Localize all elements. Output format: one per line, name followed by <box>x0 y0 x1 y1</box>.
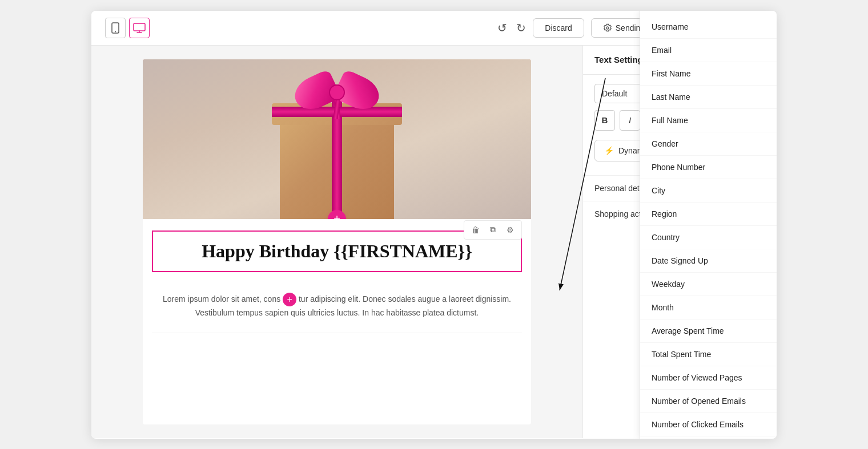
dropdown-item[interactable]: Full Name <box>640 109 777 132</box>
right-panel: Text Settings i Default ▾ B I <box>582 46 777 438</box>
dropdown-item[interactable]: Total Spent Time <box>640 343 777 366</box>
mobile-device-btn[interactable] <box>105 18 126 38</box>
text-block[interactable]: 🗑 ⧉ ⚙ Happy Birthday {{FIRSTNAME}} <box>152 230 522 272</box>
email-canvas: + 🗑 ⧉ ⚙ Happy Birthday {{FIRSTNAME}} Lor <box>91 46 582 438</box>
dropdown-overlay: UsernameEmailFirst NameLast NameFull Nam… <box>640 11 777 439</box>
dropdown-item[interactable]: Weekday <box>640 273 777 296</box>
email-body: + 🗑 ⧉ ⚙ Happy Birthday {{FIRSTNAME}} Lor <box>143 59 531 424</box>
dropdown-list: UsernameEmailFirst NameLast NameFull Nam… <box>640 11 777 439</box>
dropdown-item[interactable]: First Name <box>640 62 777 86</box>
divider <box>152 333 522 333</box>
device-icons <box>105 18 150 38</box>
add-inline-button[interactable]: + <box>283 293 296 306</box>
dropdown-item[interactable]: City <box>640 179 777 203</box>
dropdown-item[interactable]: Date Signed Up <box>640 249 777 273</box>
bold-btn[interactable]: B <box>594 110 615 131</box>
dropdown-item[interactable]: Email <box>640 39 777 62</box>
redo-btn[interactable]: ↻ <box>516 21 526 35</box>
undo-btn[interactable]: ↺ <box>497 21 507 35</box>
discard-button[interactable]: Discard <box>533 18 584 38</box>
dropdown-item[interactable]: Region <box>640 203 777 226</box>
italic-btn[interactable]: I <box>620 110 640 131</box>
main-container: ↺ ↻ Discard Sending options Send Te... <box>91 11 777 439</box>
lightning-icon: ⚡ <box>604 146 614 155</box>
svg-rect-2 <box>134 23 145 31</box>
copy-block-btn[interactable]: ⧉ <box>485 222 501 238</box>
dropdown-item[interactable]: Last Name <box>640 86 777 109</box>
dropdown-item[interactable]: Phone Number <box>640 156 777 179</box>
svg-point-1 <box>115 31 116 32</box>
settings-block-btn[interactable]: ⚙ <box>502 222 518 238</box>
gear-icon <box>603 23 612 33</box>
content-area: + 🗑 ⧉ ⚙ Happy Birthday {{FIRSTNAME}} Lor <box>91 46 777 438</box>
dropdown-item[interactable]: Number of Opened Emails <box>640 390 777 413</box>
undo-redo-group: ↺ ↻ <box>497 21 526 35</box>
gift-image: + <box>143 59 531 219</box>
delete-block-btn[interactable]: 🗑 <box>468 222 484 238</box>
dropdown-item[interactable]: Gender <box>640 132 777 156</box>
dropdown-item[interactable]: Username <box>640 15 777 39</box>
dropdown-item[interactable]: Average Spent Time <box>640 319 777 343</box>
desktop-device-btn[interactable] <box>129 18 150 38</box>
headline-text: Happy Birthday {{FIRSTNAME}} <box>162 241 512 262</box>
text-block-actions: 🗑 ⧉ ⚙ <box>464 220 522 240</box>
dropdown-item[interactable]: Month <box>640 296 777 319</box>
dropdown-item[interactable]: Country <box>640 226 777 249</box>
body-text: Lorem ipsum dolor sit amet, cons + tur a… <box>156 293 517 319</box>
dropdown-item[interactable]: Number of Viewed Pages <box>640 366 777 390</box>
dropdown-item[interactable]: Number of Clicked Emails <box>640 413 777 436</box>
